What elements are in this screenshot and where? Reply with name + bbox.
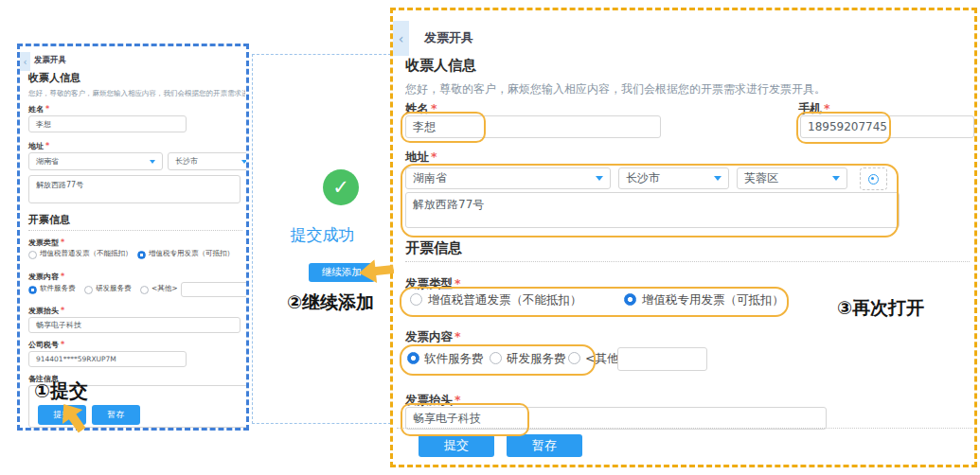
- section-divider: [28, 230, 242, 231]
- invoice-form-panel-small: ‹ 发票开具 收票人信息 您好，尊敬的客户，麻烦您输入相应内容，我们会根据您的开…: [17, 44, 249, 431]
- submit-button[interactable]: 提交: [419, 434, 494, 457]
- page-title: 发票开具: [34, 55, 66, 66]
- phone-input[interactable]: 18959207745: [800, 115, 974, 138]
- radio-content-software[interactable]: [28, 286, 37, 294]
- radio-content-software[interactable]: [407, 352, 419, 364]
- radio-vat-special[interactable]: [137, 251, 146, 259]
- required-mark: *: [454, 276, 461, 290]
- tax-no-label: 公司税号*: [28, 340, 64, 350]
- invoice-type-label: 发票类型*: [28, 238, 64, 248]
- check-icon: ✓: [332, 176, 349, 199]
- locate-button[interactable]: [860, 167, 887, 190]
- back-button[interactable]: ‹: [393, 21, 409, 56]
- required-mark: *: [431, 101, 437, 115]
- required-mark: *: [454, 393, 461, 407]
- section-divider: [405, 261, 970, 262]
- city-select[interactable]: 长沙市: [168, 152, 249, 170]
- name-input[interactable]: 李想: [28, 115, 187, 132]
- radio-content-software-label: 软件服务费: [424, 351, 484, 367]
- radio-content-other-label: <其他>: [151, 284, 178, 293]
- greeting-text: 您好，尊敬的客户，麻烦您输入相应内容，我们会根据您的开票需求进行发票开具。: [405, 81, 964, 97]
- back-icon: ‹: [399, 31, 404, 46]
- radio-content-rnd-label: 研发服务费: [507, 351, 566, 367]
- radio-content-rnd[interactable]: [490, 352, 502, 364]
- recipient-section-heading: 收票人信息: [28, 71, 80, 85]
- city-select[interactable]: 长沙市: [618, 167, 729, 189]
- required-mark: *: [61, 307, 64, 315]
- invoice-content-label: 发票内容*: [28, 272, 64, 282]
- back-button[interactable]: ‹: [20, 52, 30, 71]
- success-message: 提交成功: [253, 224, 391, 246]
- invoice-header-input[interactable]: 畅享电子科技: [28, 317, 241, 333]
- annotation-step3: ③再次打开: [837, 296, 924, 321]
- annotation-step1: ①提交: [34, 378, 88, 404]
- invoice-type-label: 发票类型*: [405, 276, 461, 292]
- address-label: 地址*: [28, 141, 49, 151]
- radio-vat-special[interactable]: [624, 293, 636, 306]
- greeting-text: 您好，尊敬的客户，麻烦您输入相应内容，我们会根据您的开票需求进行发票开具。: [28, 89, 245, 98]
- province-select[interactable]: 湖南省: [28, 152, 163, 170]
- required-mark: *: [45, 142, 49, 150]
- bottom-divider: [397, 428, 972, 429]
- page-title: 发票开具: [424, 29, 473, 46]
- required-mark: *: [45, 105, 49, 114]
- radio-content-other[interactable]: [568, 352, 580, 364]
- content-other-input[interactable]: [181, 282, 249, 297]
- name-label: 姓名*: [28, 104, 49, 114]
- annotation-step2: ②继续添加: [287, 290, 374, 315]
- required-mark: *: [61, 341, 64, 349]
- chevron-down-icon: [714, 176, 722, 181]
- radio-vat-normal[interactable]: [410, 293, 422, 306]
- chevron-down-icon: [150, 160, 155, 164]
- required-mark: *: [431, 150, 437, 164]
- radio-content-software-label: 软件服务费: [40, 284, 76, 293]
- recipient-section-heading: 收票人信息: [405, 57, 476, 75]
- invoice-section-heading: 开票信息: [28, 213, 70, 227]
- tax-no-input[interactable]: 914401****59RXUP7M: [28, 351, 187, 367]
- radio-vat-normal-label: 增值税普通发票（不能抵扣）: [40, 249, 133, 258]
- invoice-form-panel-large: ‹ 发票开具 收票人信息 您好，尊敬的客户，麻烦您输入相应内容，我们会根据您的开…: [390, 8, 977, 467]
- district-select[interactable]: 芙蓉区: [737, 167, 847, 189]
- save-button[interactable]: 暂存: [92, 405, 140, 425]
- province-select[interactable]: 湖南省: [405, 167, 611, 189]
- radio-vat-special-label: 增值税专用发票（可抵扣）: [642, 292, 784, 308]
- invoice-header-input[interactable]: 畅享电子科技: [405, 407, 827, 430]
- chevron-down-icon: [832, 176, 840, 181]
- radio-content-other[interactable]: [140, 286, 149, 294]
- success-circle: ✓: [323, 169, 359, 205]
- invoice-header-label: 发票抬头*: [28, 306, 64, 316]
- street-textarea[interactable]: 解放西路77号: [405, 192, 900, 228]
- address-label: 地址*: [405, 150, 437, 166]
- radio-content-rnd-label: 研发服务费: [96, 284, 132, 293]
- chevron-down-icon: [241, 160, 247, 164]
- invoice-section-heading: 开票信息: [405, 239, 462, 257]
- name-input[interactable]: 李想: [405, 115, 661, 138]
- required-mark: *: [454, 329, 461, 343]
- required-mark: *: [61, 238, 64, 247]
- radio-vat-normal[interactable]: [28, 251, 37, 259]
- save-button[interactable]: 暂存: [507, 434, 582, 457]
- back-icon: ‹: [24, 57, 27, 67]
- submit-success-panel: ✓ 提交成功 继续添加: [252, 54, 391, 424]
- chevron-down-icon: [596, 176, 603, 181]
- required-mark: *: [61, 273, 64, 281]
- street-textarea[interactable]: 解放西路77号: [28, 175, 241, 203]
- invoice-content-label: 发票内容*: [405, 329, 461, 345]
- content-other-input[interactable]: [617, 347, 707, 371]
- radio-vat-normal-label: 增值税普通发票（不能抵扣）: [428, 292, 582, 308]
- required-mark: *: [824, 101, 830, 115]
- radio-content-rnd[interactable]: [84, 286, 93, 294]
- radio-vat-special-label: 增值税专用发票（可抵扣）: [149, 249, 234, 258]
- locate-icon: [868, 174, 879, 185]
